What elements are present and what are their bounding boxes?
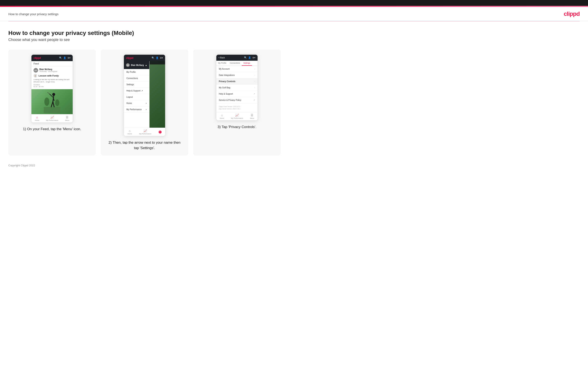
step3-tab-settings[interactable]: Settings xyxy=(242,61,252,66)
step-2-phone: clippd 🔍 👤 ⊕▾ xyxy=(124,54,165,136)
step3-menu-label: Menu xyxy=(250,117,254,119)
step3-back-btn[interactable]: < Back xyxy=(218,57,225,59)
step2-menu-helpsupport[interactable]: Help & Support ↗ xyxy=(124,88,149,94)
step2-username: BM Blair McHarg xyxy=(126,63,144,67)
step2-menu-panel: BM Blair McHarg ▲ My Profile Connections… xyxy=(124,61,149,128)
step2-settings-icon: ⊕▾ xyxy=(160,57,163,59)
step2-menu-user-row[interactable]: BM Blair McHarg ▲ xyxy=(124,61,149,69)
step2-performance-btn: 📈 My Performance xyxy=(139,129,151,135)
step3-myaccount-label: My Account xyxy=(219,68,230,70)
step1-lesson-icon: 🏌 xyxy=(34,74,37,78)
step3-back-bar: < Back 🔍 👤 ⊕▾ xyxy=(216,55,258,61)
step2-menu-connections[interactable]: Connections xyxy=(124,75,149,82)
step2-chevron-up: ▲ xyxy=(145,64,147,66)
step3-privacycontrols-label: Privacy Controls xyxy=(219,80,235,83)
step2-menu-home[interactable]: Home ▾ xyxy=(124,100,149,107)
step-1-phone: clippd 🔍 👤 ⊕▾ Feed BM xyxy=(31,54,73,123)
step1-logo: clippd xyxy=(34,56,41,59)
step3-helpsupport-external-icon: ↗ xyxy=(254,93,255,95)
step2-nav-icons: 🔍 👤 ⊕▾ xyxy=(152,57,163,59)
step-3-caption: 3) Tap 'Privacy Controls'. xyxy=(218,124,257,130)
step2-dim-overlay xyxy=(149,61,165,128)
step1-bottom-bar: ⌂ Home 📈 My Performance ☰ Menu xyxy=(31,114,73,123)
step2-menu-settings[interactable]: Settings xyxy=(124,82,149,88)
step3-menu-btn[interactable]: ☰ Menu xyxy=(250,114,254,119)
step-3-phone: < Back 🔍 👤 ⊕▾ My Profile Connections Set… xyxy=(216,54,258,121)
step3-mygolfbag-label: My Golf Bag xyxy=(219,86,230,89)
svg-point-13 xyxy=(55,99,59,106)
step1-post-header: BM Blair McHarg Yesterday · Sunningdale xyxy=(34,68,71,73)
step2-performance-label: My Performance xyxy=(139,133,151,135)
step1-avatar: BM xyxy=(34,68,38,73)
svg-line-11 xyxy=(53,102,54,107)
step1-golf-image xyxy=(31,89,73,114)
step3-setting-myaccount[interactable]: My Account › xyxy=(216,66,258,72)
close-icon: ✕ xyxy=(159,131,162,133)
step3-nav-icons: 🔍 👤 ⊕▾ xyxy=(244,56,255,59)
home-label: Home xyxy=(35,119,39,121)
step-1-card: clippd 🔍 👤 ⊕▾ Feed BM xyxy=(8,50,96,156)
step3-bottom-bar: ⌂ Home 📈 My Performance ☰ Menu xyxy=(216,112,258,120)
copyright-text: Copyright Clippd 2022 xyxy=(8,164,35,167)
step3-settings-icon: ⊕▾ xyxy=(252,56,255,59)
step1-duration-value: 01 hr : 30 min xyxy=(34,86,71,88)
home-icon: ⌂ xyxy=(36,116,38,119)
step3-tab-connections[interactable]: Connections xyxy=(228,61,242,66)
settings-icon: ⊕▾ xyxy=(68,57,71,59)
step3-setting-privacycontrols[interactable]: Privacy Controls › xyxy=(216,78,258,85)
step2-close-btn[interactable]: ✕ xyxy=(159,131,162,133)
step1-lesson-row: 🏌 Lesson with Fordy xyxy=(34,74,71,78)
step3-settings-list: My Account › Data Integrations › Privacy… xyxy=(216,66,258,103)
header: How to change your privacy settings clip… xyxy=(0,7,588,21)
step-2-caption: 2) Then, tap the arrow next to your name… xyxy=(106,140,183,150)
step2-bottom-bar: ⌂ Home 📈 My Performance ✕ xyxy=(124,128,165,136)
step3-dataintegrations-chevron: › xyxy=(254,74,255,76)
step3-version-text: Clippd Client Version: 2022.8.3-3 GQL Se… xyxy=(216,103,258,112)
step3-performance-btn: 📈 My Performance xyxy=(231,114,243,119)
step3-setting-serviceprivacy[interactable]: Service & Privacy Policy ↗ xyxy=(216,97,258,103)
step2-nav-bar: clippd 🔍 👤 ⊕▾ xyxy=(124,55,165,61)
step3-home-label: Home xyxy=(220,117,224,119)
step3-dataintegrations-label: Data Integrations xyxy=(219,74,235,76)
step3-privacycontrols-chevron: › xyxy=(254,80,255,83)
step2-avatar: BM xyxy=(126,63,130,67)
step1-feed-label: Feed xyxy=(31,61,73,66)
menu-label: Menu xyxy=(65,119,69,121)
step2-perf-expand-icon: ▾ xyxy=(146,108,147,111)
step2-menu-performance[interactable]: My Performance ▾ xyxy=(124,107,149,113)
svg-line-8 xyxy=(47,92,50,94)
logo-text: clippd xyxy=(564,11,580,17)
step1-menu-btn[interactable]: ☰ Menu xyxy=(65,116,69,121)
step3-helpsupport-label: Help & Support xyxy=(219,93,233,95)
step2-home-label: Home xyxy=(127,133,132,135)
step3-setting-dataintegrations[interactable]: Data Integrations › xyxy=(216,72,258,78)
step3-client-version: Clippd Client Version: 2022.8.3-3 xyxy=(219,105,255,108)
step3-mygolfbag-chevron: › xyxy=(254,86,255,89)
step3-performance-icon: 📈 xyxy=(235,114,239,117)
step3-tab-myprofile[interactable]: My Profile xyxy=(216,61,228,66)
svg-point-5 xyxy=(52,93,55,96)
step3-search-icon: 🔍 xyxy=(244,56,247,59)
step3-performance-label: My Performance xyxy=(231,117,243,119)
step3-setting-helpsupport[interactable]: Help & Support ↗ xyxy=(216,91,258,97)
svg-line-10 xyxy=(51,102,53,107)
step2-menu-myprofile[interactable]: My Profile xyxy=(124,69,149,75)
svg-text:BM: BM xyxy=(34,69,37,72)
step3-home-icon: ⌂ xyxy=(221,114,223,117)
step3-setting-mygolfbag[interactable]: My Golf Bag › xyxy=(216,85,258,91)
step2-performance-icon: 📈 xyxy=(143,129,147,133)
step2-menu-overlay: BM Blair McHarg ▲ My Profile Connections… xyxy=(124,61,165,128)
step-2-card: clippd 🔍 👤 ⊕▾ xyxy=(101,50,188,156)
svg-rect-4 xyxy=(44,107,61,113)
step2-menu-logout[interactable]: Logout xyxy=(124,94,149,100)
performance-label: My Performance xyxy=(46,119,58,121)
top-bar xyxy=(0,0,588,6)
step3-myaccount-chevron: › xyxy=(254,68,255,70)
performance-icon: 📈 xyxy=(50,116,54,119)
step3-serviceprivacy-label: Service & Privacy Policy xyxy=(219,99,241,101)
step-3-card: < Back 🔍 👤 ⊕▾ My Profile Connections Set… xyxy=(193,50,281,156)
step3-home-btn: ⌂ Home xyxy=(220,114,224,119)
footer: Copyright Clippd 2022 xyxy=(0,160,588,171)
step1-home-btn: ⌂ Home xyxy=(35,116,39,121)
step2-profile-icon: 👤 xyxy=(156,57,159,59)
